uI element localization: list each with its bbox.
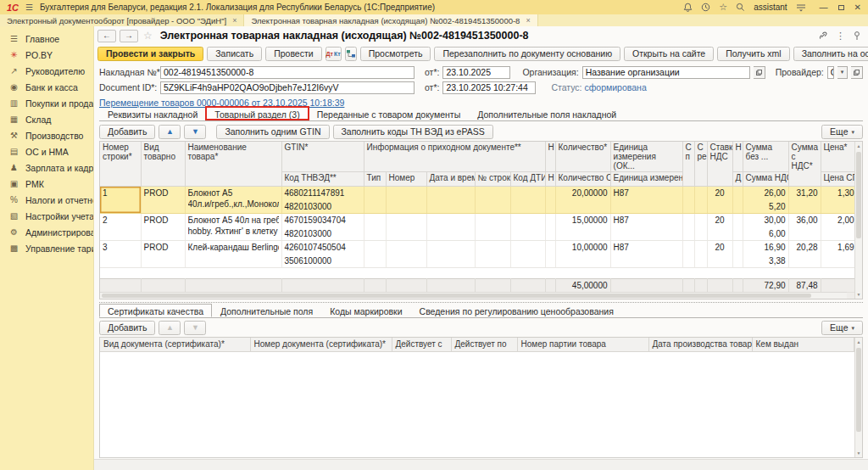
col-header-type[interactable]: Тип <box>364 172 386 187</box>
post-and-close-button[interactable]: Провести и закрыть <box>97 47 203 61</box>
cell-dti[interactable] <box>510 214 545 241</box>
scrollbar-thumb[interactable] <box>102 294 811 298</box>
col-header-datetime[interactable]: Дата и время <box>426 172 475 187</box>
notifications-icon[interactable] <box>683 3 693 12</box>
save-button[interactable]: Записать <box>207 47 262 61</box>
cell-name[interactable]: Блокнот А5 40л на гребне 'Menhobby. Яхти… <box>185 214 281 241</box>
table-row[interactable]: 2 PROD Блокнот А5 40л на гребне 'Menhobb… <box>100 214 854 227</box>
cell-type[interactable] <box>364 214 386 241</box>
more-menu-icon[interactable]: ⋮ <box>836 31 845 42</box>
tab-sertifikaty[interactable]: Сертификаты качества <box>99 304 212 317</box>
pin-icon[interactable] <box>853 31 861 41</box>
cell-line-no[interactable]: 1 <box>100 187 141 214</box>
cell-n[interactable] <box>545 241 555 268</box>
col-header-n1[interactable]: Н <box>545 142 555 172</box>
col-header-doc-number[interactable]: Номер документа (сертификата)* <box>250 338 392 351</box>
favorites-icon[interactable]: ☆ <box>719 2 727 13</box>
link-icon[interactable] <box>818 31 828 41</box>
fill-from-invoice-button[interactable]: Заполнить на основании электронной накла… <box>793 47 868 61</box>
col-header-unit[interactable]: Единица измерения (ОК... <box>610 142 682 172</box>
col-header-number[interactable]: Номер <box>386 172 426 187</box>
sidebar-item-rmk[interactable]: ▣РМК <box>0 176 93 192</box>
scroll-up-icon[interactable]: ▲ <box>855 143 862 148</box>
cell-sum-vat[interactable]: 3,38 <box>743 255 788 268</box>
cell-datetime[interactable] <box>426 214 475 241</box>
col-header-qty-spt[interactable]: Количество СПТ** <box>555 172 610 187</box>
cell-qty-spt[interactable] <box>555 227 610 241</box>
col-header-batch[interactable]: Номер партии товара <box>517 338 648 351</box>
pane-splitter[interactable] <box>99 302 863 303</box>
sidebar-item-bank-kassa[interactable]: ◉Банк и касса <box>0 79 93 95</box>
cell-price[interactable]: 1,69 <box>821 241 854 255</box>
cell-price-spt[interactable] <box>821 200 854 214</box>
sidebar-item-proizvodstvo[interactable]: ⚒Производство <box>0 127 93 143</box>
provider-field[interactable]: ООО "ЭДиН" <box>827 66 834 79</box>
cell-kind[interactable]: PROD <box>141 241 185 268</box>
cell-sp[interactable] <box>682 187 694 214</box>
col-header-doc-kind[interactable]: Вид документа (сертификата)* <box>100 338 250 351</box>
cell-gtin[interactable]: 4680211147891 <box>281 187 364 200</box>
tab-peredannye-dokumenty[interactable]: Переданные с товаром документы <box>309 107 470 120</box>
cell-tnved[interactable]: 4820103000 <box>281 227 364 241</box>
tab-close-icon[interactable]: × <box>526 16 530 25</box>
table-row[interactable]: 1 PROD Блокнот А540л.и/греб.,кл.,Монокол… <box>100 187 854 200</box>
horizontal-scrollbar[interactable] <box>100 292 847 299</box>
minimize-button[interactable]: — <box>820 3 828 12</box>
close-button[interactable]: ✕ <box>854 3 861 12</box>
col-header-line[interactable]: № строки <box>475 172 510 187</box>
sidebar-item-rukovoditelyu[interactable]: ↗Руководителю <box>0 63 93 79</box>
open-on-site-button[interactable]: Открыть на сайте <box>624 47 714 61</box>
items-more-button[interactable]: Еще▾ <box>821 125 863 139</box>
cell-qty[interactable]: 20,00000 <box>555 187 610 200</box>
cell-sre[interactable] <box>694 187 707 214</box>
cell-line-no[interactable]: 3 <box>100 241 141 268</box>
cell-gtin[interactable]: 4670159034704 <box>281 214 364 227</box>
col-header-kind[interactable]: Вид товарно <box>141 142 185 187</box>
cell-name[interactable]: Клей-карандаш Berlingo Ultra <box>185 241 281 268</box>
refill-from-base-button[interactable]: Перезаполнить по документу основанию <box>434 47 620 61</box>
dtkt-postings-button[interactable]: ДтКт <box>326 47 342 61</box>
sidebar-item-sklad[interactable]: ▦Склад <box>0 111 93 127</box>
cell-sum-with-vat[interactable]: 36,00 <box>788 214 821 241</box>
window-tab-edo[interactable]: Электронный документооборот [провайдер -… <box>0 14 244 26</box>
cell-sum-vat[interactable]: 5,20 <box>743 200 788 214</box>
preview-button[interactable]: Просмотреть <box>360 47 431 61</box>
scrollbar-thumb[interactable] <box>856 348 861 432</box>
col-header-valid-to[interactable]: Действует по <box>451 338 517 351</box>
vertical-scrollbar[interactable]: ▲ ▼ <box>854 338 862 457</box>
col-header-sre[interactable]: С ре <box>694 142 707 187</box>
tab-dop-polya[interactable]: Дополнительные поля накладной <box>469 107 625 120</box>
cell-unit[interactable]: H87 <box>610 187 682 200</box>
col-header-sum-wo-vat[interactable]: Сумма без ... <box>743 142 788 172</box>
col-header-n2[interactable]: Н <box>545 172 555 187</box>
sidebar-item-upravlenie-tarifom[interactable]: ▩Управление тарифом <box>0 240 93 256</box>
add-certificate-button[interactable]: Добавить <box>99 321 155 335</box>
cell-price[interactable]: 1,30 <box>821 187 854 200</box>
cell-line-no[interactable]: 2 <box>100 214 141 241</box>
search-icon[interactable] <box>736 3 745 12</box>
cell-price-spt[interactable] <box>821 255 854 268</box>
move-up-button[interactable]: ▲ <box>159 125 181 139</box>
cell-dti[interactable] <box>510 241 545 268</box>
col-header-qty[interactable]: Количество* <box>555 142 610 172</box>
cell-qty-spt[interactable] <box>555 255 610 268</box>
cell-kind[interactable]: PROD <box>141 214 185 241</box>
cell-tnved[interactable]: 4820103000 <box>281 200 364 214</box>
col-header-sum-with-vat[interactable]: Сумма с НДС* <box>788 142 821 187</box>
sidebar-item-poby[interactable]: ✳PO.BY <box>0 47 93 63</box>
col-header-prod-date[interactable]: Дата производства товара <box>648 338 752 351</box>
sidebar-item-os-nma[interactable]: ▤ОС и НМА <box>0 143 93 159</box>
get-xml-button[interactable]: Получить xml <box>717 47 789 61</box>
scroll-up-icon[interactable]: ▲ <box>855 339 862 344</box>
cell-datetime[interactable] <box>426 187 475 214</box>
cell-price-spt[interactable] <box>821 227 854 241</box>
cell-vat-rate[interactable]: 20 <box>707 241 732 268</box>
table-row[interactable]: 3 PROD Клей-карандаш Berlingo Ultra 4260… <box>100 241 854 255</box>
cell-tnved[interactable]: 3506100000 <box>281 255 364 268</box>
col-header-issued-by[interactable]: Кем выдан <box>752 338 854 351</box>
col-header-gtin[interactable]: GTIN* <box>281 142 364 172</box>
tab-dop-polya-stroki[interactable]: Дополнительные поля <box>212 304 321 317</box>
cell-price[interactable]: 2,00 <box>821 214 854 227</box>
cell-name[interactable]: Блокнот А540л.и/греб.,кл.,Моноколор.Offi… <box>185 187 281 214</box>
cell-sum-with-vat[interactable]: 20,28 <box>788 241 821 268</box>
